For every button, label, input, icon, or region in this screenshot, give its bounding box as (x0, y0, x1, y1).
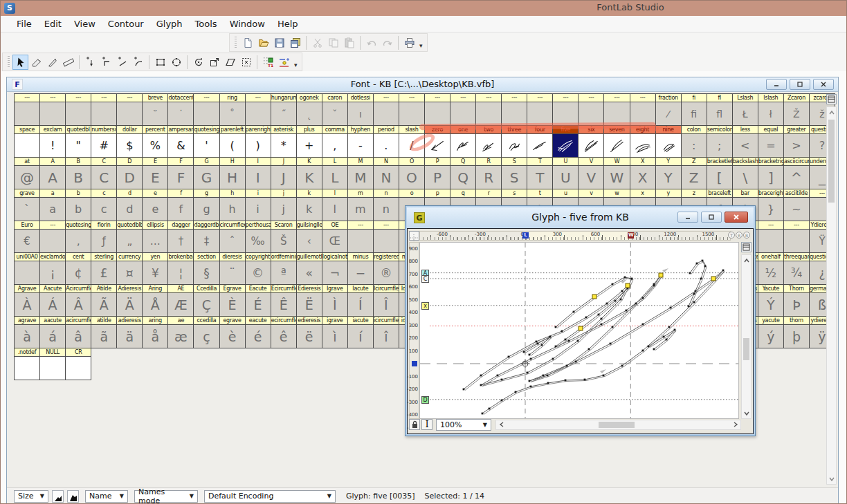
snap-grid-icon[interactable]: T1 (260, 55, 276, 70)
glyph-cell-.notdef[interactable]: .notdef (15, 348, 40, 380)
glyph-cell-guilsinglleft[interactable]: guilsinglleft‹ (297, 221, 322, 253)
glyph-cell-quotesinglbase[interactable]: quotesinglbase‚ (66, 221, 91, 253)
menu-item-tools[interactable]: Tools (189, 17, 224, 30)
scroll-down-icon[interactable] (742, 409, 751, 418)
glyph-cell-lslash[interactable]: lslashł (758, 94, 784, 126)
glyph-cell-at[interactable]: at@ (15, 158, 40, 189)
glyph-cell-plus[interactable]: plus+ (297, 126, 322, 158)
font-window-panel-toggle-icon[interactable] (826, 94, 837, 104)
glyph-edit-canvas[interactable]: ACxD (419, 242, 739, 419)
menu-item-help[interactable]: Help (271, 17, 304, 30)
glyph-cell-atilde[interactable]: atildeã (91, 317, 117, 348)
small-cell-size-icon[interactable] (52, 490, 64, 503)
menu-item-file[interactable]: File (10, 17, 38, 30)
glyph-cell-semicolon[interactable]: semicolon; (707, 126, 733, 158)
glyph-cell-d[interactable]: dd (117, 189, 143, 221)
glyph-cell-ecircumflex[interactable]: ecircumflexê (271, 317, 297, 348)
new-document-icon[interactable] (239, 35, 255, 50)
glyph-cell-unassigned[interactable]: --- (502, 94, 527, 126)
close-icon[interactable] (813, 79, 834, 90)
x-height-marker[interactable]: x (421, 302, 429, 310)
glyph-cell-sterling[interactable]: sterling£ (91, 253, 117, 285)
minimize-icon[interactable] (677, 212, 698, 223)
glyph-cell-U[interactable]: UU (553, 158, 579, 189)
glyph-cell-yen[interactable]: yen¥ (143, 253, 168, 285)
glyph-cell-numbersign[interactable]: numbersign# (91, 126, 117, 158)
glyph-cell-edieresis[interactable]: edieresisë (297, 317, 322, 348)
toolbar-more-dropdown-icon[interactable]: ▾ (292, 62, 300, 68)
glyph-cell-Ecircumflex[interactable]: EcircumflexÊ (271, 285, 297, 317)
glyph-cell-seven[interactable]: seven (604, 126, 630, 158)
glyph-cell-exclam[interactable]: exclam! (40, 126, 66, 158)
glyph-cell-ae[interactable]: aeæ (168, 317, 194, 348)
glyph-cell-threequarters[interactable]: threequarters¾ (784, 253, 810, 285)
glyph-cell-fl[interactable]: flfl (707, 94, 733, 126)
glyph-cell-colon[interactable]: colon: (682, 126, 707, 158)
glyph-cell-parenleft[interactable]: parenleft( (220, 126, 246, 158)
lock-icon[interactable] (409, 419, 420, 430)
edit-arrow-icon[interactable] (12, 55, 28, 70)
glyph-cell-E[interactable]: EE (143, 158, 168, 189)
glyph-cell-unassigned[interactable]: --- (425, 94, 450, 126)
glyph-cell-Atilde[interactable]: AtildeÃ (91, 285, 117, 317)
glyph-cell-e[interactable]: ee (143, 189, 168, 221)
glyph-cell-l[interactable]: ll (322, 189, 348, 221)
glyph-cell-Adieresis[interactable]: AdieresisÄ (117, 285, 143, 317)
glyph-cell-fi[interactable]: fifi (682, 94, 707, 126)
glyph-cell-unassigned[interactable]: --- (374, 94, 399, 126)
glyph-cell-adieresis[interactable]: adieresisä (117, 317, 143, 348)
glyph-cell-two[interactable]: two (476, 126, 502, 158)
glyph-cell-registered[interactable]: registered® (374, 253, 399, 285)
ruler-toggle-t-icon[interactable]: T (728, 232, 735, 239)
glyph-cell-b[interactable]: bb (66, 189, 91, 221)
glyph-cell-acircumflex[interactable]: acircumflexâ (66, 317, 91, 348)
glyph-cell-Yacute[interactable]: YacuteÝ (758, 285, 784, 317)
scroll-down-icon[interactable] (827, 474, 836, 483)
glyph-cell-bracketright[interactable]: bracketright] (758, 158, 784, 189)
glyph-cell-uni00A0[interactable]: uni00A0 (15, 253, 40, 285)
glyph-vertical-scrollbar[interactable] (741, 254, 752, 419)
lsb-marker[interactable]: L (522, 232, 529, 239)
ruler-toggle-r-icon[interactable]: R (743, 232, 750, 239)
glyph-cell-N[interactable]: NN (374, 158, 399, 189)
free-transform-icon[interactable] (238, 55, 254, 70)
glyph-cell-dagger[interactable]: dagger† (168, 221, 194, 253)
glyph-cell-S[interactable]: SS (502, 158, 527, 189)
glyph-cell-unassigned[interactable]: --- (630, 94, 656, 126)
glyph-cell-equal[interactable]: equal= (758, 126, 784, 158)
glyph-cell-section[interactable]: section§ (194, 253, 219, 285)
descender-marker[interactable]: D (421, 396, 429, 404)
glyph-cell-dollar[interactable]: dollar$ (117, 126, 143, 158)
rectangle-tool-icon[interactable] (152, 55, 168, 70)
glyph-cell-hungarumlaut[interactable]: hungarumlaut˝ (271, 94, 297, 126)
glyph-cell-J[interactable]: JJ (271, 158, 297, 189)
glyph-window-titlebar[interactable]: G Glyph - five from KB (407, 207, 754, 228)
ruler-origin-icon[interactable] (409, 231, 419, 241)
glyph-cell-Lslash[interactable]: LslashŁ (733, 94, 758, 126)
large-cell-size-icon[interactable] (67, 490, 79, 503)
menu-item-window[interactable]: Window (224, 17, 271, 30)
menu-item-edit[interactable]: Edit (38, 17, 68, 30)
glyph-cell-Euro[interactable]: Euro€ (15, 221, 40, 253)
glyph-cell-T[interactable]: TT (527, 158, 553, 189)
glyph-cell-Acircumflex[interactable]: AcircumflexÂ (66, 285, 91, 317)
cut-icon[interactable] (309, 35, 325, 50)
glyph-cell-four[interactable]: four (527, 126, 553, 158)
glyph-cell-unassigned[interactable]: --- (374, 221, 399, 253)
glyph-cell-unassigned[interactable]: --- (246, 94, 271, 126)
menu-item-contour[interactable]: Contour (102, 17, 150, 30)
open-file-icon[interactable] (255, 35, 271, 50)
names-mode-dropdown[interactable]: Names mode▼ (134, 490, 198, 503)
glyph-cell-i[interactable]: ii (246, 189, 271, 221)
glyph-cell-florin[interactable]: florinƒ (91, 221, 117, 253)
glyph-cell-CR[interactable]: CR (66, 348, 91, 380)
glyph-cell-L[interactable]: LL (322, 158, 348, 189)
scroll-right-icon[interactable] (731, 420, 740, 429)
minimize-icon[interactable] (766, 79, 787, 90)
glyph-cell-I[interactable]: II (246, 158, 271, 189)
glyph-cell-D[interactable]: DD (117, 158, 143, 189)
snap-guides-icon[interactable] (276, 55, 292, 70)
toolbar-grip[interactable] (235, 37, 237, 49)
caps-height-marker[interactable]: C (421, 275, 429, 283)
glyph-cell-G[interactable]: GG (194, 158, 219, 189)
